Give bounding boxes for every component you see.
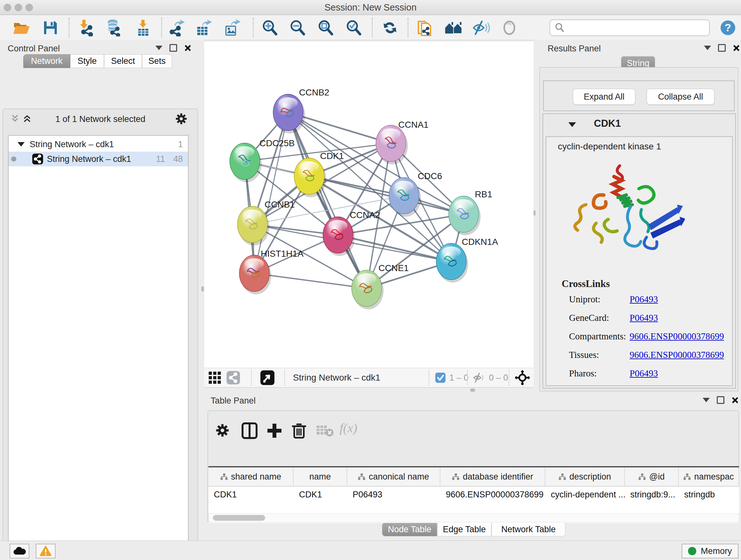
search-text-field[interactable] — [566, 23, 709, 33]
column-header-description[interactable]: description — [545, 468, 625, 486]
export-table-button[interactable] — [193, 19, 215, 37]
network-row-selected[interactable]: String Network – cdk1 11 48 — [9, 152, 188, 166]
crosslink-row: Pharos:P06493 — [569, 368, 729, 379]
documents-network-icon — [417, 19, 433, 37]
crosslink-link[interactable]: P06493 — [630, 313, 658, 323]
network-view-title: String Network – cdk1 — [293, 373, 381, 383]
network-collection-row[interactable]: String Network – cdk1 1 — [9, 137, 188, 152]
column-header-canonical-name[interactable]: canonical name — [347, 468, 441, 486]
first-neighbors-button[interactable] — [443, 19, 465, 37]
column-header-database-identifier[interactable]: database identifier — [441, 468, 545, 486]
close-panel-icon[interactable] — [184, 45, 191, 51]
vertical-splitter-left[interactable] — [201, 40, 204, 541]
network-view-toolbar: String Network – cdk1 1 – 0 0 – 0 — [204, 368, 534, 388]
save-session-button[interactable] — [39, 19, 62, 37]
tab-network-table[interactable]: Network Table — [491, 522, 565, 537]
table-row[interactable]: CDK1CDK1P064939606.ENSP00000378699cyclin… — [208, 487, 739, 503]
collapse-panel-icon[interactable] — [155, 46, 162, 50]
network-node-CCNB2[interactable] — [273, 94, 305, 133]
close-panel-icon[interactable] — [733, 45, 739, 51]
table-cell[interactable]: CDK1 — [208, 487, 293, 503]
export-network-button[interactable] — [166, 19, 188, 37]
network-edge[interactable] — [288, 112, 367, 288]
expand-all-button[interactable]: Expand All — [573, 89, 635, 105]
import-table-button[interactable] — [132, 19, 154, 37]
new-network-from-selection-button[interactable] — [414, 19, 436, 37]
crosslink-link[interactable]: P06493 — [630, 368, 658, 379]
show-columns-icon[interactable] — [242, 422, 258, 439]
create-column-plus-icon[interactable] — [266, 422, 283, 439]
tab-sets[interactable]: Sets — [142, 54, 172, 68]
import-network-button[interactable] — [75, 19, 97, 37]
export-image-button[interactable] — [221, 19, 244, 37]
network-node-CDC25B[interactable] — [230, 143, 262, 182]
tree-expander-icon[interactable] — [17, 142, 24, 146]
float-panel-icon[interactable] — [170, 44, 177, 52]
column-header-namespac[interactable]: namespac — [679, 468, 739, 486]
crosslink-link[interactable]: 9606.ENSP00000378699 — [630, 350, 724, 360]
hide-selected-button[interactable] — [470, 19, 492, 37]
network-node-CCNB1[interactable] — [238, 206, 269, 246]
memory-button[interactable]: Memory — [682, 544, 738, 558]
collapse-panel-icon[interactable] — [704, 46, 711, 50]
cloud-tasks-button[interactable] — [10, 544, 29, 558]
node-label: CDK1 — [320, 151, 344, 161]
delete-column-trash-icon[interactable] — [292, 422, 307, 439]
column-header-name[interactable]: name — [293, 468, 347, 486]
search-input[interactable] — [549, 19, 710, 36]
network-node-CCNE1[interactable] — [352, 270, 384, 309]
column-header-shared-name[interactable]: shared name — [208, 468, 293, 486]
apply-layout-button[interactable] — [379, 19, 401, 37]
table-options-gear-icon[interactable] — [215, 423, 230, 438]
zoom-out-button[interactable] — [286, 19, 309, 37]
fit-selected-crosshair-icon[interactable] — [515, 370, 530, 385]
birdseye-view-icon[interactable] — [260, 370, 274, 385]
import-network-database-button[interactable] — [102, 19, 125, 37]
float-panel-icon[interactable] — [718, 44, 726, 52]
table-cell[interactable]: stringdb — [679, 487, 739, 503]
tab-node-table[interactable]: Node Table — [382, 522, 437, 537]
tab-style[interactable]: Style — [70, 54, 104, 68]
show-all-button[interactable] — [498, 19, 521, 37]
column-header--id[interactable]: @id — [625, 468, 679, 486]
table-cell[interactable]: stringdb:9... — [625, 487, 679, 503]
zoom-fit-button[interactable] — [314, 19, 337, 37]
network-node-CCNA2[interactable] — [323, 217, 355, 256]
table-header-row[interactable]: shared namename canonical name database … — [208, 468, 739, 487]
network-canvas[interactable]: CCNB2CCNA1CDC25BCDK1CDC6RB1CCNB1CCNA2CDK… — [204, 42, 534, 368]
network-options-gear-icon[interactable] — [175, 112, 188, 125]
grid-view-icon[interactable] — [209, 372, 221, 384]
close-panel-icon[interactable] — [731, 397, 738, 403]
network-node-HIST1H1A[interactable] — [239, 255, 271, 294]
network-icon-inactive[interactable] — [226, 371, 240, 384]
network-node-RB1[interactable] — [449, 196, 481, 235]
float-panel-icon[interactable] — [717, 396, 724, 404]
tab-select[interactable]: Select — [104, 54, 142, 68]
table-horizontal-scrollbar[interactable] — [208, 513, 739, 522]
network-edge[interactable] — [338, 235, 451, 261]
network-node-CDC6[interactable] — [389, 178, 421, 217]
table-cell[interactable]: CDK1 — [293, 487, 347, 503]
selected-checkbox-icon[interactable] — [435, 373, 446, 383]
scrollbar-thumb[interactable] — [213, 515, 265, 521]
crosslink-link[interactable]: 9606.ENSP00000378699 — [630, 331, 724, 341]
network-node-CCNA1[interactable] — [376, 125, 408, 165]
help-button[interactable]: ? — [717, 19, 739, 37]
zoom-in-button[interactable] — [259, 19, 281, 37]
warnings-button[interactable] — [36, 544, 56, 558]
collapse-all-button[interactable]: Collapse All — [647, 89, 715, 105]
network-node-CDKN1A[interactable] — [436, 243, 468, 283]
tab-edge-table[interactable]: Edge Table — [437, 522, 491, 537]
table-cell[interactable]: cyclin-dependent ... — [545, 487, 625, 503]
zoom-selected-button[interactable] — [342, 19, 365, 37]
network-node-CDK1[interactable] — [294, 158, 326, 197]
tab-network[interactable]: Network — [23, 54, 70, 68]
collapse-panel-icon[interactable] — [703, 398, 710, 402]
network-graph[interactable]: CCNB2CCNA1CDC25BCDK1CDC6RB1CCNB1CCNA2CDK… — [204, 42, 534, 368]
table-cell[interactable]: 9606.ENSP00000378699 — [441, 487, 545, 503]
crosslink-link[interactable]: P06493 — [630, 294, 658, 305]
open-session-button[interactable] — [10, 19, 33, 37]
table-cell[interactable]: P06493 — [347, 487, 441, 503]
section-expander-icon[interactable] — [568, 122, 576, 127]
network-edge[interactable] — [309, 176, 464, 214]
